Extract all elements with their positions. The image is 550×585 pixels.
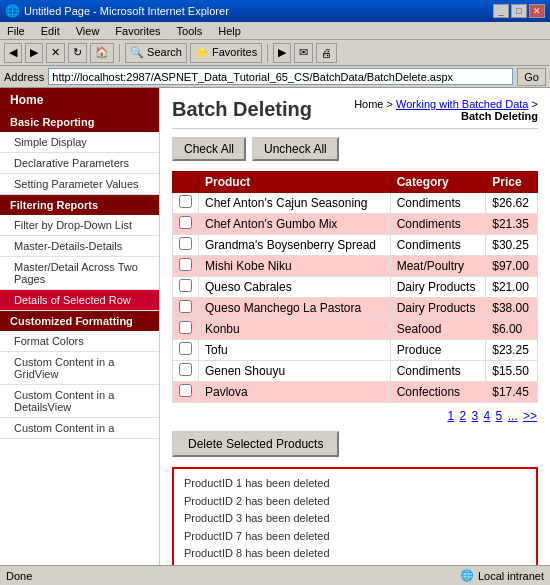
sidebar-item-declarative-parameters[interactable]: Declarative Parameters	[0, 153, 159, 174]
browser-icon: 🌐	[5, 4, 20, 18]
sidebar-section-customized: Customized Formatting	[0, 311, 159, 331]
sidebar-item-master-details[interactable]: Master-Details-Details	[0, 236, 159, 257]
log-line: ProductID 3 has been deleted	[184, 510, 526, 528]
menu-help[interactable]: Help	[215, 24, 244, 38]
breadcrumb-current: Batch Deleting	[461, 110, 538, 122]
go-button[interactable]: Go	[517, 68, 546, 86]
sidebar: Home Basic Reporting Simple Display Decl…	[0, 88, 160, 565]
menu-file[interactable]: File	[4, 24, 28, 38]
menu-favorites[interactable]: Favorites	[112, 24, 163, 38]
media-button[interactable]: ▶	[273, 43, 291, 63]
search-button[interactable]: 🔍 Search	[125, 43, 187, 63]
row-product: Pavlova	[199, 382, 391, 403]
row-price: $97.00	[486, 256, 538, 277]
back-button[interactable]: ◀	[4, 43, 22, 63]
sidebar-item-custom-content-other[interactable]: Custom Content in a	[0, 418, 159, 439]
row-category: Dairy Products	[390, 298, 486, 319]
sidebar-item-details-selected-row[interactable]: Details of Selected Row	[0, 290, 159, 311]
refresh-button[interactable]: ↻	[68, 43, 87, 63]
address-bar: Address Go	[0, 66, 550, 88]
row-price: $21.00	[486, 277, 538, 298]
sidebar-item-format-colors[interactable]: Format Colors	[0, 331, 159, 352]
delete-selected-button[interactable]: Delete Selected Products	[172, 431, 339, 457]
sidebar-item-filter-dropdown[interactable]: Filter by Drop-Down List	[0, 215, 159, 236]
menu-edit[interactable]: Edit	[38, 24, 63, 38]
stop-button[interactable]: ✕	[46, 43, 65, 63]
row-category: Confections	[390, 382, 486, 403]
log-line: ProductID 7 has been deleted	[184, 528, 526, 546]
products-table: Product Category Price Chef Anton's Caju…	[172, 171, 538, 403]
row-checkbox-cell	[173, 382, 199, 403]
table-row: Konbu Seafood $6.00	[173, 319, 538, 340]
page-next-link[interactable]: >>	[523, 409, 537, 423]
sidebar-item-custom-content-gridview[interactable]: Custom Content in a GridView	[0, 352, 159, 385]
sidebar-item-master-detail-two-pages[interactable]: Master/Detail Across Two Pages	[0, 257, 159, 290]
main-container: Home Basic Reporting Simple Display Decl…	[0, 88, 550, 565]
row-checkbox[interactable]	[179, 279, 192, 292]
row-checkbox-cell	[173, 235, 199, 256]
status-zone-icon: 🌐	[460, 569, 474, 582]
row-checkbox[interactable]	[179, 342, 192, 355]
table-row: Queso Manchego La Pastora Dairy Products…	[173, 298, 538, 319]
close-button[interactable]: ✕	[529, 4, 545, 18]
row-category: Dairy Products	[390, 277, 486, 298]
row-price: $26.62	[486, 193, 538, 214]
log-box: ProductID 1 has been deletedProductID 2 …	[172, 467, 538, 565]
content-area: Batch Deleting Home > Working with Batch…	[160, 88, 550, 565]
row-checkbox[interactable]	[179, 300, 192, 313]
page-3-link[interactable]: 3	[472, 409, 479, 423]
row-checkbox[interactable]	[179, 258, 192, 271]
mail-button[interactable]: ✉	[294, 43, 313, 63]
table-row: Genen Shouyu Condiments $15.50	[173, 361, 538, 382]
sidebar-item-simple-display[interactable]: Simple Display	[0, 132, 159, 153]
row-checkbox[interactable]	[179, 216, 192, 229]
row-checkbox-cell	[173, 319, 199, 340]
row-checkbox-cell	[173, 298, 199, 319]
print-button[interactable]: 🖨	[316, 43, 337, 63]
maximize-button[interactable]: □	[511, 4, 527, 18]
breadcrumb-section-link[interactable]: Working with Batched Data	[396, 98, 528, 110]
row-price: $38.00	[486, 298, 538, 319]
page-4-link[interactable]: 4	[484, 409, 491, 423]
menu-tools[interactable]: Tools	[174, 24, 206, 38]
page-5-link[interactable]: 5	[496, 409, 503, 423]
row-product: Mishi Kobe Niku	[199, 256, 391, 277]
row-checkbox-cell	[173, 214, 199, 235]
row-price: $23.25	[486, 340, 538, 361]
sidebar-section-basic: Basic Reporting	[0, 112, 159, 132]
row-price: $30.25	[486, 235, 538, 256]
page-2-link[interactable]: 2	[460, 409, 467, 423]
row-checkbox[interactable]	[179, 195, 192, 208]
row-price: $15.50	[486, 361, 538, 382]
breadcrumb: Home > Working with Batched Data > Batch…	[354, 98, 538, 122]
minimize-button[interactable]: _	[493, 4, 509, 18]
table-header-category: Category	[390, 172, 486, 193]
menu-view[interactable]: View	[73, 24, 103, 38]
check-all-button[interactable]: Check All	[172, 137, 246, 161]
sidebar-item-setting-parameter-values[interactable]: Setting Parameter Values	[0, 174, 159, 195]
favorites-button[interactable]: ⭐ Favorites	[190, 43, 262, 63]
sidebar-home[interactable]: Home	[0, 88, 159, 112]
row-product: Chef Anton's Cajun Seasoning	[199, 193, 391, 214]
status-bar: Done 🌐 Local intranet	[0, 565, 550, 585]
toolbar: ◀ ▶ ✕ ↻ 🏠 🔍 Search ⭐ Favorites ▶ ✉ 🖨	[0, 40, 550, 66]
row-price: $6.00	[486, 319, 538, 340]
row-category: Meat/Poultry	[390, 256, 486, 277]
row-checkbox[interactable]	[179, 384, 192, 397]
row-checkbox[interactable]	[179, 363, 192, 376]
row-checkbox[interactable]	[179, 321, 192, 334]
uncheck-all-button[interactable]: Uncheck All	[252, 137, 339, 161]
row-category: Produce	[390, 340, 486, 361]
home-button[interactable]: 🏠	[90, 43, 114, 63]
log-line: ProductID 8 has been deleted	[184, 545, 526, 563]
delete-button-container: Delete Selected Products	[172, 431, 538, 467]
sidebar-item-custom-content-detailsview[interactable]: Custom Content in a DetailsView	[0, 385, 159, 418]
forward-button[interactable]: ▶	[25, 43, 43, 63]
row-checkbox-cell	[173, 361, 199, 382]
page-1-link[interactable]: 1	[447, 409, 454, 423]
address-label: Address	[4, 71, 44, 83]
row-product: Grandma's Boysenberry Spread	[199, 235, 391, 256]
address-input[interactable]	[48, 68, 513, 85]
page-ellipsis-link[interactable]: ...	[508, 409, 518, 423]
row-checkbox[interactable]	[179, 237, 192, 250]
